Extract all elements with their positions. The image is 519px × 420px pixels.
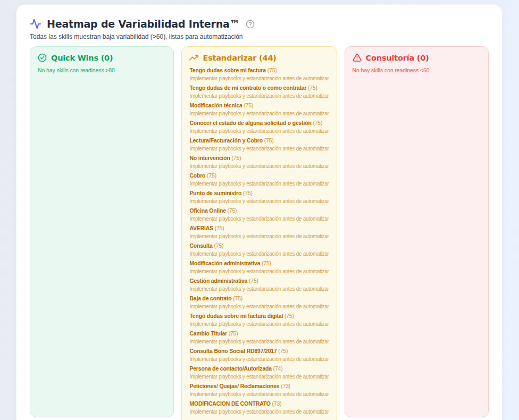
- skill-recommendation: Implementar playbooks y estandarización …: [189, 251, 329, 257]
- quick-wins-title: Quick Wins (0): [51, 54, 113, 62]
- skill-name: Peticiones/ Quejas/ Reclamaciones: [189, 383, 279, 389]
- skill-name-line: Consulta Bono Social RD897/2017 (75): [189, 348, 329, 355]
- skill-name-line: Modificación administrativa (75): [189, 260, 329, 267]
- skill-name: Conocer el estado de alguna solicitud o …: [189, 120, 311, 126]
- skill-recommendation: Implementar playbooks y estandarización …: [189, 181, 329, 187]
- skill-recommendation: Implementar playbooks y estandarización …: [189, 409, 329, 415]
- estandarizar-header: Estandarizar (44): [189, 53, 329, 62]
- heatmap-card: Heatmap de Variabilidad Interna™ Todas l…: [16, 4, 503, 420]
- skill-readiness-score: (75): [249, 278, 258, 284]
- skill-name-line: Modificación técnica (75): [189, 102, 329, 109]
- skill-name-line: Cobro (75): [189, 172, 329, 179]
- skill-readiness-score: (75): [267, 67, 277, 73]
- help-circle-icon[interactable]: [246, 20, 255, 29]
- skill-recommendation: Implementar playbooks y estandarización …: [189, 356, 329, 363]
- page-subtitle: Todas las skills muestran baja variabili…: [30, 33, 489, 40]
- skill-item: Tengo dudas sobre mi factura (75) Implem…: [189, 67, 329, 82]
- skill-recommendation: Implementar playbooks y estandarización …: [189, 93, 329, 99]
- skill-recommendation: Implementar playbooks y estandarización …: [189, 75, 329, 82]
- page-title: Heatmap de Variabilidad Interna™: [47, 18, 239, 30]
- skill-name: Baja de contrato: [189, 295, 231, 301]
- skill-name: MODIFICACION DE CONTRATO: [189, 400, 270, 407]
- skill-name: AVERIAS: [189, 225, 213, 231]
- skill-recommendation: Implementar playbooks y estandarización …: [189, 128, 329, 135]
- skill-item: Modificación administrativa (75) Impleme…: [189, 260, 329, 275]
- skill-item: Consulta Bono Social RD897/2017 (75) Imp…: [189, 348, 329, 363]
- skill-recommendation: Implementar playbooks y estandarización …: [189, 339, 329, 345]
- consultoria-title: Consultoría (0): [366, 54, 429, 62]
- skill-item: Tengo dudas sobre mi factura digital (75…: [189, 313, 329, 327]
- skill-readiness-score: (75): [243, 190, 253, 196]
- skill-name: Tengo dudas sobre mi factura digital: [189, 313, 283, 319]
- activity-pulse-icon: [30, 18, 41, 30]
- heatmap-columns: Quick Wins (0) No hay skills con readine…: [30, 46, 489, 420]
- skill-recommendation: Implementar playbooks y estandarización …: [189, 286, 329, 292]
- skill-readiness-score: (75): [229, 330, 238, 337]
- skill-name-line: MODIFICACION DE CONTRATO (73): [189, 400, 329, 407]
- skill-readiness-score: (75): [262, 260, 271, 266]
- skill-readiness-score: (75): [264, 137, 274, 144]
- skill-name: Modificación técnica: [189, 102, 242, 108]
- skill-recommendation: Implementar playbooks y estandarización …: [189, 233, 329, 240]
- card-header: Heatmap de Variabilidad Interna™: [30, 18, 489, 30]
- skill-item: Cambio Titular (75) Implementar playbook…: [189, 330, 329, 345]
- skill-name-line: Cambio Titular (75): [189, 330, 329, 337]
- skill-readiness-score: (75): [313, 120, 322, 126]
- skill-name: Modificación administrativa: [189, 260, 260, 266]
- skill-recommendation: Implementar playbooks y estandarización …: [189, 163, 329, 170]
- skill-readiness-score: (75): [278, 348, 288, 354]
- skill-item: MODIFICACION DE CONTRATO (73) Implementa…: [189, 400, 329, 415]
- skill-item: Tengo dudas de mi contrato o como contra…: [189, 85, 329, 99]
- skill-recommendation: Implementar playbooks y estandarización …: [189, 321, 329, 327]
- check-circle-icon: [38, 53, 47, 62]
- skill-name-line: Tengo dudas sobre mi factura (75): [189, 67, 329, 74]
- skill-name: No intervención: [189, 155, 230, 161]
- skill-item: Lectura/Facturación y Cobro (75) Impleme…: [189, 137, 329, 152]
- skill-readiness-score: (75): [207, 172, 216, 179]
- skill-name: Gestión administrativa: [189, 278, 247, 284]
- skill-name: Consulta Bono Social RD897/2017: [189, 348, 277, 354]
- skill-item: Gestión administrativa (75) Implementar …: [189, 278, 329, 292]
- skill-item: Peticiones/ Quejas/ Reclamaciones (73) I…: [189, 383, 329, 398]
- skill-readiness-score: (73): [272, 400, 281, 407]
- skill-recommendation: Implementar playbooks y estandarización …: [189, 304, 329, 310]
- skill-item: AVERIAS (75) Implementar playbooks y est…: [189, 225, 329, 240]
- skill-item: Oficina Online (75) Implementar playbook…: [189, 207, 329, 222]
- skill-readiness-score: (73): [281, 383, 290, 389]
- skill-name-line: Conocer el estado de alguna solicitud o …: [189, 120, 329, 127]
- skill-readiness-score: (75): [215, 225, 224, 231]
- skill-name: Punto de suministro: [189, 190, 241, 196]
- skill-name-line: Lectura/Facturación y Cobro (75): [189, 137, 329, 144]
- skill-readiness-score: (75): [284, 313, 294, 319]
- skill-recommendation: Implementar playbooks y estandarización …: [189, 111, 329, 117]
- skill-recommendation: Implementar playbooks y estandarización …: [189, 216, 329, 222]
- column-estandarizar: Estandarizar (44) Tengo dudas sobre mi f…: [181, 46, 337, 420]
- skill-name-line: Peticiones/ Quejas/ Reclamaciones (73): [189, 383, 329, 390]
- quick-wins-empty-message: No hay skills con readiness >80: [38, 67, 166, 73]
- skill-recommendation: Implementar playbooks y estandarización …: [189, 146, 329, 152]
- skill-recommendation: Implementar playbooks y estandarización …: [189, 268, 329, 275]
- skill-name-line: Tengo dudas de mi contrato o como contra…: [189, 85, 329, 91]
- skill-name-line: AVERIAS (75): [189, 225, 329, 232]
- skill-readiness-score: (75): [308, 85, 317, 91]
- skill-readiness-score: (74): [273, 365, 283, 372]
- skill-readiness-score: (75): [244, 102, 253, 108]
- skill-list: Tengo dudas sobre mi factura (75) Implem…: [189, 67, 329, 415]
- skill-name-line: Punto de suministro (75): [189, 190, 329, 197]
- skill-name: Tengo dudas sobre mi factura: [189, 67, 266, 73]
- skill-item: Punto de suministro (75) Implementar pla…: [189, 190, 329, 205]
- skill-name-line: Oficina Online (75): [189, 207, 329, 214]
- skill-item: No intervención (75) Implementar playboo…: [189, 155, 329, 170]
- skill-item: Baja de contrato (75) Implementar playbo…: [189, 295, 329, 310]
- skill-item: Conocer el estado de alguna solicitud o …: [189, 120, 329, 135]
- skill-name: Cambio Titular: [189, 330, 227, 337]
- skill-recommendation: Implementar playbooks y estandarización …: [189, 391, 329, 398]
- estandarizar-title: Estandarizar (44): [203, 54, 276, 62]
- quick-wins-header: Quick Wins (0): [38, 53, 166, 62]
- skill-name-line: Persona de contacto/Autorizada (74): [189, 365, 329, 372]
- trending-up-icon: [189, 53, 198, 62]
- skill-readiness-score: (75): [228, 207, 237, 214]
- skill-name-line: No intervención (75): [189, 155, 329, 162]
- skill-name: Cobro: [189, 172, 205, 179]
- skill-readiness-score: (75): [214, 242, 223, 249]
